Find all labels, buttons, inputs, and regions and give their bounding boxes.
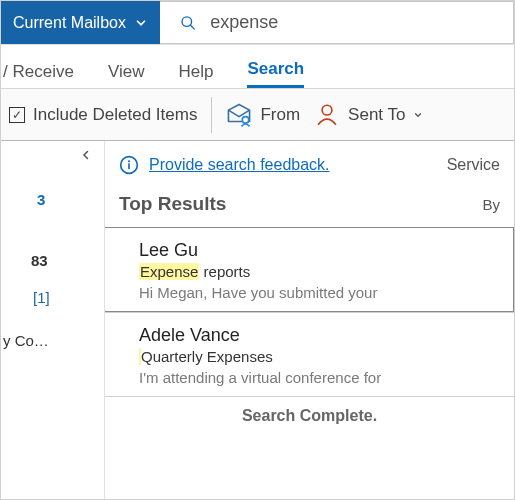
sent-to-button[interactable]: Sent To — [314, 102, 423, 128]
section-title: Top Results — [119, 193, 226, 215]
nav-folder-truncated[interactable]: y Co… — [1, 322, 104, 359]
svg-point-5 — [128, 160, 130, 162]
person-icon — [314, 102, 340, 128]
result-item[interactable]: Adele Vance Quarterly Expenses I'm atten… — [105, 312, 514, 396]
result-preview: Hi Megan, Have you submitted your — [139, 284, 499, 301]
include-deleted-toggle[interactable]: ✓ Include Deleted Items — [9, 105, 197, 125]
section-sort-clip[interactable]: By — [482, 196, 500, 213]
svg-point-2 — [243, 116, 250, 123]
svg-rect-6 — [128, 163, 130, 169]
nav-count-b[interactable]: 83 — [1, 242, 104, 279]
from-button[interactable]: From — [226, 102, 300, 128]
tab-send-receive[interactable]: / Receive — [3, 62, 74, 88]
search-box[interactable] — [160, 1, 514, 44]
folder-nav: 3 83 [1] y Co… — [1, 141, 105, 499]
highlight: Expense — [139, 263, 199, 280]
envelope-person-icon — [226, 102, 252, 128]
ribbon-controls: ✓ Include Deleted Items From Sent To — [1, 89, 514, 141]
result-subject: Expense reports — [139, 263, 499, 280]
chevron-left-icon[interactable] — [80, 149, 92, 161]
include-deleted-label: Include Deleted Items — [33, 105, 197, 125]
tab-help[interactable]: Help — [178, 62, 213, 88]
svg-point-3 — [322, 105, 332, 115]
search-scope-label: Current Mailbox — [13, 14, 126, 32]
feedback-link[interactable]: Provide search feedback. — [149, 156, 330, 174]
feedback-right-clip: Service — [447, 156, 500, 174]
ribbon-tabs: / Receive View Help Search — [1, 45, 514, 89]
tab-search[interactable]: Search — [247, 59, 304, 88]
from-label: From — [260, 105, 300, 125]
sent-to-label: Sent To — [348, 105, 405, 125]
search-scope-dropdown[interactable]: Current Mailbox — [1, 1, 160, 44]
svg-line-1 — [190, 25, 194, 29]
divider — [211, 97, 212, 133]
info-icon — [119, 155, 139, 175]
search-results: Provide search feedback. Service Top Res… — [105, 141, 514, 499]
nav-count-c[interactable]: [1] — [1, 279, 104, 316]
chevron-down-icon — [413, 110, 423, 120]
search-icon — [180, 14, 196, 32]
result-preview: I'm attending a virtual conference for — [139, 369, 500, 386]
search-input[interactable] — [210, 12, 513, 33]
chevron-down-icon — [134, 16, 148, 30]
tab-view[interactable]: View — [108, 62, 145, 88]
result-subject: Quarterly Expenses — [139, 348, 500, 365]
result-from: Adele Vance — [139, 325, 500, 346]
result-item[interactable]: Lee Gu Expense reports Hi Megan, Have yo… — [105, 227, 514, 312]
checkbox-icon: ✓ — [9, 107, 25, 123]
result-from: Lee Gu — [139, 240, 499, 261]
nav-count-a[interactable]: 3 — [1, 181, 104, 218]
search-status: Search Complete. — [105, 396, 514, 435]
